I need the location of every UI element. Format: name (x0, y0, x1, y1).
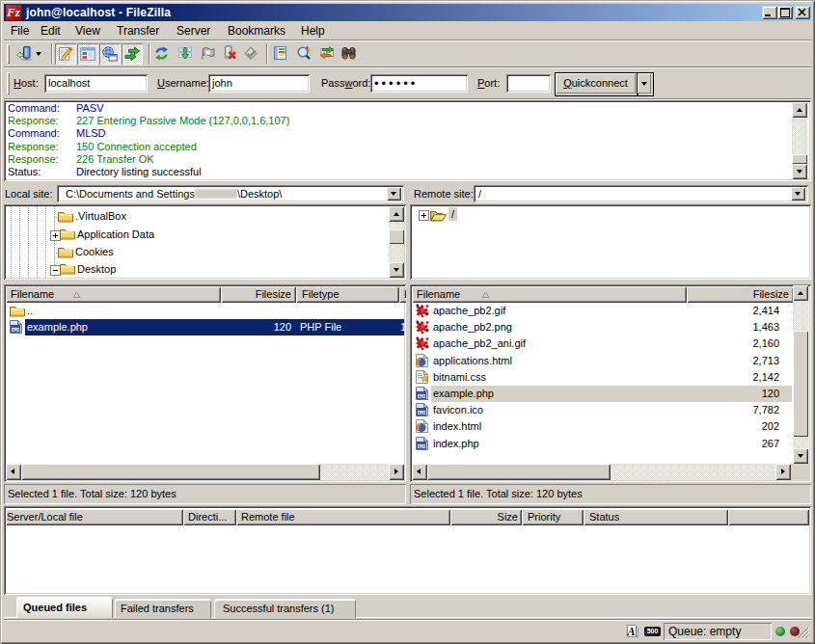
svg-text:A: A (627, 625, 636, 638)
